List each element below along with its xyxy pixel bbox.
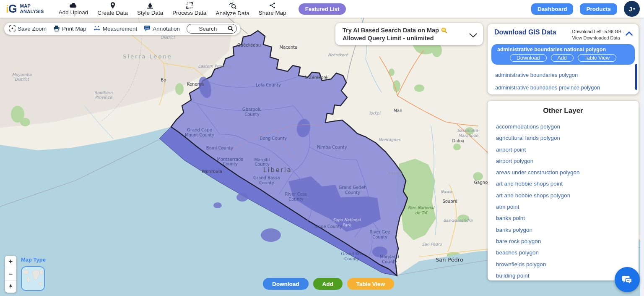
nav-create-data[interactable]: Create Data [97,2,128,16]
map-label: Sierra Leone [123,53,172,60]
layer-link[interactable]: banks polygon [496,224,639,236]
featured-list-button[interactable]: Featured List [299,3,346,15]
layer-link[interactable]: agricultural lands polygon [496,132,639,144]
logo-text: MAP ANALYSIS [20,3,44,14]
map-label: Cavally [388,170,403,175]
ai-search-icon [441,27,447,34]
products-button[interactable]: Products [580,3,617,15]
zoom-control: + − ▲▼ [5,256,16,293]
map-label: Bo [161,78,166,82]
map-label: Bas-Sassandra [443,218,473,223]
layer-link[interactable]: areas under construction polygon [496,167,639,178]
save-zoom-button[interactable]: Save Zoom [9,25,47,33]
map-label: Province [95,95,113,100]
map-label: de Taï [415,210,428,215]
nav-add-upload[interactable]: Add Upload [59,2,88,16]
nav-share-map[interactable]: Share Map [259,2,286,16]
download-button[interactable]: Download [263,278,309,290]
map-label: Nimba County [317,145,347,149]
map-type-switcher[interactable] [21,266,45,291]
selected-layer-card[interactable]: administrative boundaries national polyg… [491,44,635,65]
layer-link[interactable]: art and hobbie shops point [496,178,639,189]
cloud-upload-icon [69,2,77,8]
map-label: Liberia [263,166,292,174]
zoom-in-button[interactable]: + [5,256,16,268]
dashboard-button[interactable]: Dashboard [531,3,574,15]
ruler-icon [93,26,101,32]
layer-link[interactable]: beaches polygon [496,247,639,258]
map-label: Montserrado [217,157,243,162]
user-avatar[interactable]: J▾ [624,1,640,17]
map-label: Maryland [380,254,399,259]
map-label: Grand Gedeh [339,185,367,190]
layer-link[interactable]: bare rock polygon [496,236,639,247]
analyze-chart-magnifier-icon [229,2,236,9]
map-label: County [223,162,238,166]
annotation-button[interactable]: Annotation [144,25,180,33]
panel-scrollbar[interactable] [635,64,637,90]
chevron-down-icon: ▾ [633,7,635,11]
map-label: Sassandra- [457,128,480,133]
chevron-down-icon[interactable] [469,32,477,39]
layer-link[interactable]: atm point [496,201,639,212]
layer-link[interactable]: airport polygon [496,155,639,167]
world-map-icon [22,267,44,290]
scrollbar-track[interactable] [640,18,644,296]
add-button[interactable]: Add [313,278,343,290]
nav-process-data[interactable]: Process Data [172,2,206,16]
map-label: San-Pédro [436,257,463,263]
map-label: County [259,181,274,185]
table-view-layer-button[interactable]: Table View [578,54,616,62]
download-meta: Download Left:-5.98 GB View Downloaded D… [572,29,626,41]
map-toolbar: Save Zoom Print Map Measurement Annotati… [4,23,240,35]
map-label: Sapo National [333,217,361,222]
layer-link[interactable]: brownfields polygon [496,259,639,270]
navbar-right: Dashboard Products J▾ [531,1,640,17]
map-label: County [344,257,359,261]
ai-search-banner[interactable]: Try AI Based Search Data on Map Allowed … [335,23,483,45]
map-label: County [372,235,387,239]
map-label: Gbarpolu [242,107,262,112]
reset-pitch-button[interactable]: ▲▼ [5,280,16,293]
map-label: County [244,112,260,117]
map-label: Margibi [254,157,270,162]
map-label: Montagnes [379,137,401,142]
map-label: Bomi County [206,146,233,150]
layer-link[interactable]: art and hobbie shops polygon [496,190,639,201]
chevron-up-icon[interactable] [626,30,633,41]
location-pin-icon [110,2,115,9]
add-layer-button[interactable]: Add [551,54,574,62]
map-label: District [15,77,29,81]
map-label: County [288,197,304,202]
map-label: Mount County [185,133,214,137]
view-downloaded-link[interactable]: View Downloaded Data [572,35,621,41]
map-label: Bong County [260,136,287,141]
layer-link[interactable]: banks point [496,212,639,224]
map-label: Eastern Province [198,64,232,68]
measurement-button[interactable]: Measurement [93,26,138,32]
download-layer-button[interactable]: Download [510,54,547,62]
map-label: Sinoe County [314,224,343,229]
map-label: Nzérékoré [328,52,348,57]
map-label: Torkpi [369,111,381,115]
layer-link[interactable]: administrative boundaries province polyg… [495,81,639,94]
map-label: Moyamba [12,72,32,77]
nav-analyze-data[interactable]: Analyze Data [216,2,249,16]
map-label: Soubré [442,199,457,204]
layer-link[interactable]: airport point [496,144,639,155]
map-label: Parc-National [408,205,434,210]
center-focus-icon [9,25,16,33]
map-label: Marahoué [458,133,479,138]
table-view-button[interactable]: Table View [347,278,395,290]
pitch-arrows-icon: ▲▼ [8,284,13,289]
app-logo[interactable]: iG MAP ANALYSIS [6,3,44,15]
chat-widget-button[interactable] [615,267,640,292]
layer-link[interactable]: administrative boundaries polygon [495,69,639,81]
zoom-out-button[interactable]: − [5,268,16,280]
print-map-button[interactable]: Print Map [53,25,86,33]
nav-style-data[interactable]: Style Data [137,2,163,16]
ink-drop-icon [147,2,153,9]
map-label: Guéckédou [237,43,261,47]
layer-link[interactable]: accommodations polygon [496,121,639,132]
map-label: San Pedro [422,242,442,246]
